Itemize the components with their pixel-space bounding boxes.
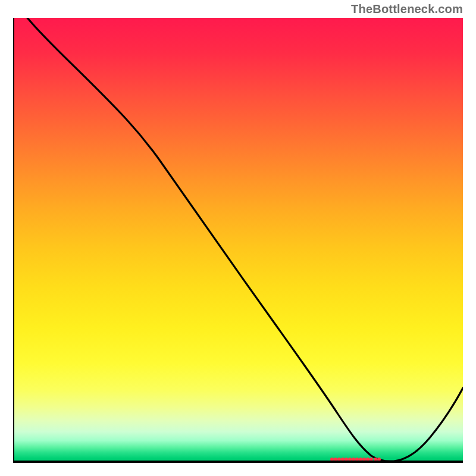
attribution-label: TheBottleneck.com xyxy=(351,2,463,16)
marker-dot xyxy=(374,458,377,461)
bottleneck-curve-line xyxy=(27,18,463,461)
curve-layer xyxy=(13,18,463,463)
optimal-range-marker xyxy=(330,458,381,462)
marker-dot xyxy=(369,458,373,461)
marker-dot xyxy=(377,458,381,461)
chart-container: TheBottleneck.com xyxy=(0,0,476,476)
plot-area xyxy=(13,18,463,463)
